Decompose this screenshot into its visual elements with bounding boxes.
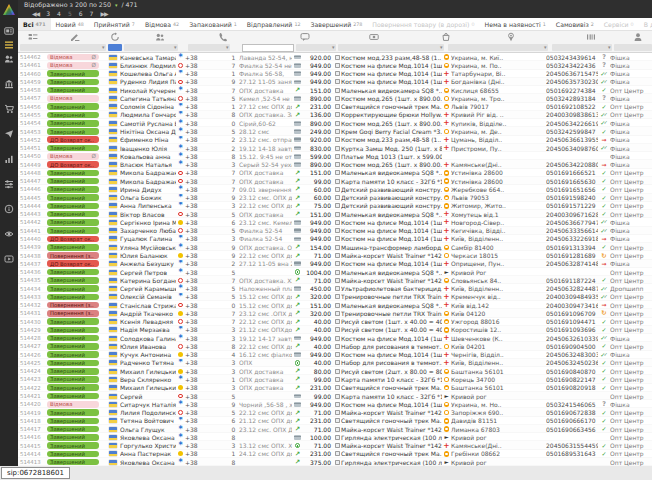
order-row[interactable]: 514449ДО Возврат ок..Власюк Наталья*+383… <box>18 160 652 168</box>
last-page-button[interactable]: ▶▶ <box>100 9 107 18</box>
order-row[interactable]: 514457ВідмоваСапегина Татьяна С..+385Кем… <box>18 94 652 102</box>
sidebar-item-dashboard-icon[interactable] <box>4 26 14 36</box>
sidebar-item-orders-list-icon[interactable] <box>4 40 14 50</box>
order-row[interactable]: 514462ВідмоваØКаневська Тамара ..*+381Ла… <box>18 53 652 61</box>
page-number-6[interactable]: 6 <box>79 9 83 18</box>
order-row[interactable]: 514419ЗавершенийЛилия Подолинская+38522.… <box>18 408 652 416</box>
tracking-column-icon[interactable] <box>586 32 596 42</box>
tab-12[interactable]: В дорозі додому0 <box>639 18 652 31</box>
sidebar-item-info-icon[interactable] <box>4 204 14 214</box>
order-row[interactable]: 514434ЗавершенийСергей Карамышев*+385Нал… <box>18 284 652 292</box>
phone-filter[interactable]: ▾ <box>188 44 230 51</box>
order-row[interactable]: 514461ВідмоваØБлизнюк Людмила ..+387Фиал… <box>18 61 652 69</box>
sidebar-item-cart-icon[interactable] <box>4 104 14 114</box>
tab-8[interactable]: Повернення товару (в дорозі)0 <box>367 18 479 31</box>
sidebar-item-customers-icon[interactable] <box>4 54 14 64</box>
product-filter[interactable]: ▾ <box>338 44 444 51</box>
order-row[interactable]: 514437ДО Возврат ок..Анжела Безушку*+382… <box>18 260 652 268</box>
tab-6[interactable]: Відправлений12 <box>242 18 306 31</box>
page-number-3[interactable]: 3 <box>46 9 50 18</box>
flag-filter[interactable] <box>108 44 122 51</box>
order-row[interactable]: 514446ЗавершенийИрина Дидух*+38709.01 зв… <box>18 185 652 193</box>
order-row[interactable]: 514453ЗавершенийНікітіна Оксана Дми..*+3… <box>18 127 652 135</box>
order-row[interactable]: 514432Повернення (з..Станіслав Стрижак+3… <box>18 301 652 309</box>
order-row[interactable]: 514458ЗавершенийНиколай Кучеренко*+387ОП… <box>18 86 652 94</box>
tab-9[interactable]: Нема в наявності1 <box>479 18 550 31</box>
order-row[interactable]: 514452ДО Возврат ок..Єфименко Ніна*+3822… <box>18 136 652 144</box>
order-row[interactable]: 514414ЗавершенийАнна Пастернак+38124.12 … <box>18 450 652 458</box>
order-row[interactable]: 514448ЗавершенийМикола Бадражан+387ОПХ д… <box>18 169 652 177</box>
sidebar-item-video-icon[interactable] <box>4 254 14 264</box>
order-row[interactable]: 514451ЗавершенийІващенко Юлія*+38219.12 … <box>18 144 652 152</box>
payment-column-icon[interactable] <box>369 32 379 42</box>
payment-filter[interactable]: ▾ <box>296 44 336 51</box>
page-size-caret-icon[interactable]: ▾ <box>115 2 118 8</box>
order-row[interactable]: 514428ЗавершенийСолодкова Галина В..*+38… <box>18 334 652 342</box>
order-row[interactable]: 514430ЗавершенийКсенія Левадняя+38722.12… <box>18 318 652 326</box>
sidebar-item-campaigns-icon[interactable] <box>4 129 14 139</box>
delivery-filter[interactable]: ▾ <box>448 44 548 51</box>
order-row[interactable]: 514421ЗавершенийСергей+38599.00Карта пам… <box>18 392 652 400</box>
order-row[interactable]: 514415ЗавершенийГоргулько Христина..*+38… <box>18 441 652 449</box>
order-row[interactable]: 514460ЗавершенийКошелева Ольга Ар..*+381… <box>18 70 652 78</box>
tab-4[interactable]: Відмова42 <box>140 18 184 31</box>
tab-3[interactable]: Прийнятий7 <box>89 18 140 31</box>
order-row[interactable]: 514433ЗавершенийОлексій Семанів*+38515.1… <box>18 293 652 301</box>
order-row[interactable]: 514424ЗавершенийМихаил Гилецький+383ОПХ … <box>18 367 652 375</box>
delivery-column-icon[interactable] <box>506 32 516 42</box>
order-row[interactable]: 514455ЗавершенийЛюдмила Гончарова*+388ОП… <box>18 111 652 119</box>
order-row[interactable]: 514443ЗавершенийВіктор Власов+385ОПХ дос… <box>18 210 652 218</box>
order-row[interactable]: 514431Повернення (з..Андрій Ткаченко+387… <box>18 309 652 317</box>
order-row[interactable]: 514440ДО Возврат ок..Гуцалюк Галина*+383… <box>18 235 652 243</box>
order-row[interactable]: 514426ЗавершенийКучук Антонина+38416.12 … <box>18 351 652 359</box>
page-number-5[interactable]: 5 <box>68 9 72 18</box>
order-row[interactable]: 514422ЗавершенийМихаил Гилецький+383ОПХ … <box>18 384 652 392</box>
status-filter[interactable]: ▾ <box>20 44 106 51</box>
order-row[interactable]: 514429ЗавершенийНадія Мерзаєва*+38321.12… <box>18 326 652 334</box>
first-page-button[interactable]: ◀◀ <box>32 9 39 18</box>
order-row[interactable]: 514447ЗавершенийМикола Бадражан+387ОПХ д… <box>18 177 652 185</box>
tab-5[interactable]: Запакований1 <box>184 18 242 31</box>
order-row[interactable]: 514445ЗавершенийОльга Божик*+38923.12 см… <box>18 194 652 202</box>
order-row[interactable]: 514456ЗавершенийСоломія Сідоніна*+38127.… <box>18 103 652 111</box>
order-row[interactable]: 514417ЗавершенийОльга Глущук*+38023.12 с… <box>18 425 652 433</box>
tab-2[interactable]: Новий48 <box>51 18 89 31</box>
order-row[interactable]: 514427ЗавершенийЮлия Иванова+38822.12 см… <box>18 342 652 350</box>
product-column-icon[interactable] <box>441 32 451 42</box>
sidebar-item-reports-icon[interactable] <box>4 154 14 164</box>
manager-filter[interactable] <box>614 44 652 51</box>
sidebar-item-settings-icon[interactable] <box>4 179 14 189</box>
order-row[interactable]: 514439ЗавершенийУляна Мусійовська*+389ОП… <box>18 243 652 251</box>
order-row[interactable]: 514436ЗавершенийСергей Петров*+3851004.0… <box>18 268 652 276</box>
client-filter[interactable]: ▾ <box>124 44 178 51</box>
order-row[interactable]: 514420ВідмоваСитарчук Наталія Гр..*+389Ч… <box>18 400 652 408</box>
tab-11[interactable]: Сервіси0 <box>599 18 639 31</box>
sync-column-icon[interactable] <box>110 32 120 42</box>
page-number-4[interactable]: 4 <box>57 9 61 18</box>
page-number-7[interactable]: 7 <box>90 9 94 18</box>
tab-10[interactable]: Самовивіз2 <box>551 18 599 31</box>
tab-1[interactable]: Всі471 <box>18 18 51 31</box>
comment-search-input[interactable] <box>242 44 294 52</box>
order-row[interactable]: 514442ЗавершенийСергієнко Ірина Ми..+386… <box>18 218 652 226</box>
order-row[interactable]: 514441ЗавершенийЗахарченко Люба+385Фиалк… <box>18 227 652 235</box>
order-row[interactable]: 514459ЗавершенийРуденко Лидия Пав..+3892… <box>18 78 652 86</box>
order-row[interactable]: 514444ЗавершенийАнна Липенська*+38322.12… <box>18 202 652 210</box>
edit-column-icon[interactable] <box>70 32 80 42</box>
order-row[interactable]: 514416ЗавершенийЯковлева Оксана*+388100.… <box>18 433 652 441</box>
order-row[interactable]: 514435ЗавершенийКатерина Богданова+387ОП… <box>18 276 652 284</box>
order-row[interactable]: 514438Повернення (з..Юлия Баланюк+38922.… <box>18 251 652 259</box>
tracking-filter[interactable]: ▾ <box>552 44 612 51</box>
order-row[interactable]: 514423ЗавершенийВера Скляренко*+381ОПХ д… <box>18 375 652 383</box>
order-row[interactable]: 514425ЗавершенийРадченко Тетяна*+383ОПХ4… <box>18 359 652 367</box>
status-column-icon[interactable] <box>28 32 38 42</box>
phone-column-icon[interactable] <box>218 32 228 42</box>
comment-column-icon[interactable] <box>300 32 310 42</box>
client-column-icon[interactable] <box>155 32 165 42</box>
sidebar-item-company-icon[interactable] <box>4 79 14 89</box>
sidebar-item-feedback-icon[interactable] <box>4 229 14 239</box>
order-row[interactable]: 514450ВідмоваØКовальова анна*+38815.12. … <box>18 152 652 160</box>
tab-7[interactable]: Завершений278 <box>305 18 367 31</box>
manager-column-icon[interactable] <box>633 32 643 42</box>
order-row[interactable]: 514454ЗавершенийСамотій Руслана Во..*+38… <box>18 119 652 127</box>
